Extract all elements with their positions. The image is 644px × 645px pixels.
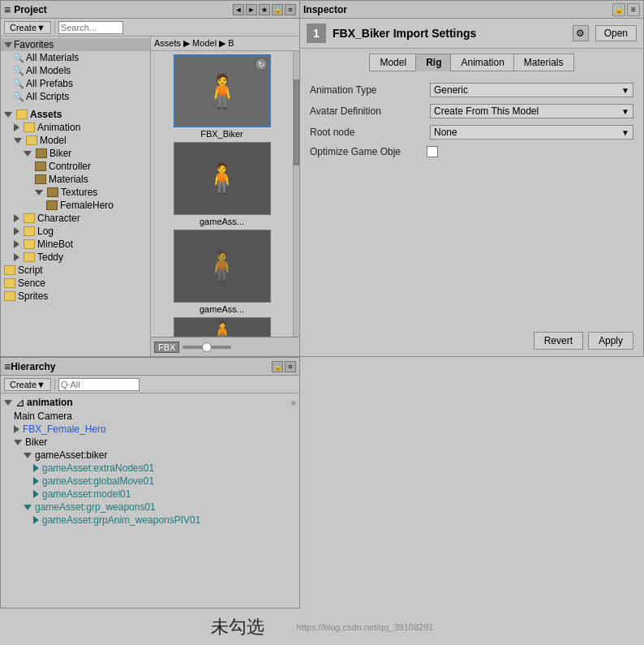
- project-lock[interactable]: 🔒: [272, 4, 283, 15]
- assets-biker[interactable]: Biker: [1, 147, 150, 160]
- hierarchy-menu[interactable]: ≡: [285, 361, 296, 372]
- assets-scrollbar[interactable]: [293, 51, 299, 337]
- favorites-all-materials[interactable]: 🔍 All Materials: [1, 51, 150, 64]
- asset-thumb-gameass-2: 🧍: [174, 230, 271, 303]
- hierarchy-lock[interactable]: 🔒: [272, 361, 283, 372]
- action-buttons: Revert Apply: [300, 325, 643, 356]
- hierarchy-global-move[interactable]: gameAsset:globalMove01: [1, 475, 299, 488]
- project-menu[interactable]: ≡: [285, 4, 296, 15]
- hierarchy-gameasset-biker[interactable]: gameAsset:biker: [1, 449, 299, 462]
- textures-arrow: [35, 190, 43, 196]
- hierarchy-create-button[interactable]: Create▼: [4, 378, 51, 391]
- unity-icon: ⊿: [15, 396, 25, 409]
- hierarchy-fbx-female-hero[interactable]: FBX_Female_Hero: [1, 423, 299, 436]
- project-search-input[interactable]: [58, 21, 123, 34]
- apply-button[interactable]: Apply: [588, 332, 633, 350]
- asset-gameass-1[interactable]: 🧍 gameAss...: [154, 142, 290, 226]
- footer-area: 未勾选 https://blog.csdn.net/qq_39108291: [0, 608, 644, 645]
- textures-folder-icon: [47, 187, 58, 197]
- assets-model[interactable]: Model: [1, 134, 150, 147]
- fbx-title-text: FBX_Biker Import Settings: [333, 27, 566, 40]
- femalehero-folder-icon: [46, 200, 58, 210]
- grp-weapons-arrow: [24, 505, 32, 510]
- tab-materials[interactable]: Materials: [513, 54, 574, 71]
- prop-root-node-select[interactable]: None ▼: [430, 125, 633, 140]
- assets-sence[interactable]: Sence: [1, 277, 150, 290]
- asset-label-fbx-biker: FBX_Biker: [200, 129, 243, 139]
- assets-root[interactable]: Assets: [1, 108, 150, 121]
- hierarchy-scene[interactable]: ⊿ animation ≡: [1, 395, 299, 410]
- hierarchy-grp-anim-weapons[interactable]: gameAsset:grpAnim_weaponsPIV01: [1, 514, 299, 527]
- assets-sprites[interactable]: Sprites: [1, 290, 150, 303]
- favorites-all-scripts[interactable]: 🔍 All Scripts: [1, 90, 150, 103]
- asset-partial[interactable]: 🧍: [154, 317, 290, 337]
- assets-controller[interactable]: Controller: [1, 160, 150, 173]
- asset-label-gameass-2: gameAss...: [200, 304, 244, 314]
- hierarchy-main-camera[interactable]: Main Camera: [1, 410, 299, 423]
- project-panel-header: ≡ Project ◄ ► ★ 🔒 ≡: [1, 1, 299, 19]
- project-nav-left[interactable]: ◄: [233, 4, 244, 15]
- teddy-arrow: [14, 253, 19, 261]
- model01-arrow: [33, 490, 39, 498]
- assets-zoom-slider[interactable]: [182, 346, 231, 349]
- project-nav-right[interactable]: ►: [246, 4, 257, 15]
- asset-corner-icon: ↻: [255, 58, 268, 71]
- assets-teddy[interactable]: Teddy: [1, 251, 150, 264]
- asset-fbx-biker[interactable]: 🧍 ↻ FBX_Biker: [154, 54, 290, 139]
- hierarchy-title: Hierarchy: [11, 361, 55, 372]
- asset-gameass-2[interactable]: 🧍 gameAss...: [154, 230, 290, 314]
- assets-animation[interactable]: Animation: [1, 121, 150, 134]
- fbx-settings-icon[interactable]: ⚙: [573, 25, 589, 41]
- assets-script[interactable]: Script: [1, 264, 150, 277]
- project-panel: ≡ Project ◄ ► ★ 🔒 ≡ Create▼ Favorites 🔍 …: [0, 0, 300, 357]
- search-icon: 🔍: [14, 79, 24, 88]
- tab-model[interactable]: Model: [369, 54, 417, 71]
- project-create-button[interactable]: Create▼: [4, 21, 51, 34]
- prop-avatar-select[interactable]: Create From This Model ▼: [430, 104, 633, 118]
- hierarchy-model01[interactable]: gameAsset:model01: [1, 488, 299, 501]
- assets-femalehero[interactable]: FemaleHero: [1, 199, 150, 212]
- prop-avatar-definition: Avatar Definition Create From This Model…: [310, 104, 633, 118]
- favorites-all-prefabs[interactable]: 🔍 All Prefabs: [1, 77, 150, 90]
- revert-button[interactable]: Revert: [534, 332, 583, 350]
- global-move-arrow: [33, 477, 39, 485]
- gameass1-figure-icon: 🧍: [204, 161, 240, 196]
- fbx-type-label: FBX: [154, 342, 179, 353]
- grp-anim-arrow: [33, 516, 39, 524]
- divider-2: [54, 378, 55, 391]
- assets-character[interactable]: Character: [1, 212, 150, 225]
- fbx-title-bar: 1 FBX_Biker Import Settings ⚙ Open: [300, 19, 643, 49]
- asset-thumb-partial: 🧍: [174, 317, 271, 337]
- inspector-title: Inspector: [303, 4, 347, 15]
- hierarchy-content: ⊿ animation ≡ Main Camera FBX_Female_Her…: [1, 393, 299, 608]
- character-arrow: [14, 214, 19, 222]
- tab-animation[interactable]: Animation: [450, 54, 514, 71]
- hierarchy-grp-weapons[interactable]: gameAsset:grp_weapons01: [1, 501, 299, 514]
- assets-materials[interactable]: Materials: [1, 173, 150, 186]
- hierarchy-biker[interactable]: Biker: [1, 436, 299, 449]
- hierarchy-controls: 🔒 ≡: [272, 361, 296, 372]
- model-folder-icon: [26, 135, 37, 145]
- animation-folder-icon: [24, 123, 35, 132]
- tab-rig[interactable]: Rig: [415, 54, 452, 71]
- assets-log[interactable]: Log: [1, 225, 150, 238]
- assets-textures[interactable]: Textures: [1, 186, 150, 199]
- prop-root-node-label: Root node: [310, 127, 423, 138]
- inspector-menu-btn[interactable]: ≡: [627, 3, 640, 16]
- prop-animation-type: Animation Type Generic ▼: [310, 83, 633, 97]
- prop-optimize: Optimize Game Obje: [310, 146, 633, 157]
- hierarchy-search-input[interactable]: [58, 378, 140, 391]
- favorites-label: Favorites: [14, 39, 54, 50]
- favorites-all-models[interactable]: 🔍 All Models: [1, 64, 150, 77]
- log-folder-icon: [24, 226, 35, 236]
- inspector-lock-btn[interactable]: 🔒: [612, 3, 625, 16]
- fbx-open-button[interactable]: Open: [595, 25, 637, 41]
- assets-minebot[interactable]: MineBot: [1, 238, 150, 251]
- prop-animation-type-select[interactable]: Generic ▼: [430, 83, 633, 97]
- project-star[interactable]: ★: [259, 4, 270, 15]
- assets-folder-icon: [16, 110, 28, 119]
- sprites-folder-icon: [4, 291, 15, 301]
- optimize-checkbox[interactable]: [427, 146, 438, 157]
- extra-nodes-arrow: [33, 464, 39, 472]
- hierarchy-extra-nodes[interactable]: gameAsset:extraNodes01: [1, 462, 299, 475]
